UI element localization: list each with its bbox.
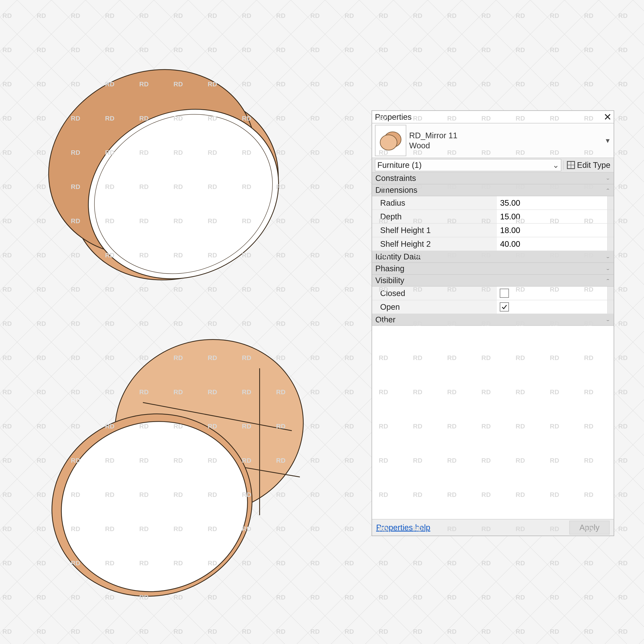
watermark-text: RD <box>379 388 388 396</box>
watermark-text: RD <box>447 320 457 327</box>
watermark-text: RD <box>516 559 525 567</box>
type-name: RD_Mirror 11 <box>409 130 457 140</box>
watermark-text: RD <box>139 628 149 635</box>
watermark-text: RD <box>71 149 80 156</box>
watermark-text: RD <box>310 81 320 88</box>
category-constraints[interactable]: Constraints⌄ <box>372 172 614 184</box>
watermark-text: RD <box>618 491 628 498</box>
watermark-text: RD <box>550 388 559 396</box>
watermark-text: RD <box>71 115 80 122</box>
watermark-text: RD <box>413 320 422 327</box>
watermark-text: RD <box>618 457 628 464</box>
panel-titlebar[interactable]: Properties ✕ <box>372 111 614 123</box>
category-identity[interactable]: Identity Data⌄ <box>372 251 614 263</box>
watermark-text: RD <box>516 115 525 122</box>
watermark-text: RD <box>550 183 559 191</box>
watermark-text: RD <box>37 423 46 430</box>
watermark-text: RD <box>208 354 217 362</box>
watermark-text: RD <box>37 457 46 464</box>
radius-input[interactable] <box>500 198 604 208</box>
open-checkbox[interactable] <box>500 302 509 312</box>
watermark-text: RD <box>173 457 183 464</box>
viewport[interactable]: // place RD watermarks Properties ✕ <box>0 0 644 644</box>
watermark-text: RD <box>276 594 286 601</box>
watermark-text: RD <box>242 491 251 498</box>
watermark-text: RD <box>139 559 149 567</box>
watermark-text: RD <box>379 286 388 293</box>
param-depth: Depth <box>372 210 614 224</box>
shelf-height-1-input[interactable] <box>500 226 604 235</box>
edit-type-button[interactable]: Edit Type <box>563 161 614 170</box>
watermark-text: RD <box>173 81 183 88</box>
watermark-text: RD <box>413 149 422 156</box>
watermark-text: RD <box>481 46 491 54</box>
watermark-text: RD <box>584 354 593 362</box>
category-phasing[interactable]: Phasing⌄ <box>372 263 614 275</box>
watermark-text: RD <box>550 594 559 601</box>
category-visibility[interactable]: Visibility⌃ <box>372 275 614 287</box>
watermark-text: RD <box>310 594 320 601</box>
watermark-text: RD <box>2 12 12 20</box>
watermark-text: RD <box>105 491 115 498</box>
watermark-text: RD <box>550 115 559 122</box>
watermark-text: RD <box>516 594 525 601</box>
watermark-text: RD <box>584 320 593 327</box>
watermark-text: RD <box>37 12 46 20</box>
watermark-text: RD <box>276 12 286 20</box>
watermark-text: RD <box>584 81 593 88</box>
watermark-text: RD <box>310 320 320 327</box>
watermark-text: RD <box>173 217 183 225</box>
watermark-text: RD <box>242 388 251 396</box>
category-dimensions[interactable]: Dimensions⌃ <box>372 184 614 196</box>
edit-type-label: Edit Type <box>577 161 610 170</box>
watermark-text: RD <box>618 46 628 54</box>
watermark-text: RD <box>550 252 559 259</box>
shelf-height-2-input[interactable] <box>500 239 604 249</box>
watermark-text: RD <box>481 115 491 122</box>
watermark-text: RD <box>618 423 628 430</box>
chevron-down-icon[interactable]: ⌄ <box>551 160 561 170</box>
chevron-down-icon[interactable]: ▾ <box>606 136 610 145</box>
watermark-text: RD <box>242 423 251 430</box>
watermark-text: RD <box>447 423 457 430</box>
panel-footer: Properties help Apply <box>372 519 614 536</box>
watermark-text: RD <box>139 594 149 601</box>
watermark-text: RD <box>71 628 80 635</box>
watermark-text: RD <box>345 46 354 54</box>
watermark-text: RD <box>208 594 217 601</box>
watermark-text: RD <box>37 46 46 54</box>
type-selector-row[interactable]: RD_Mirror 11 Wood ▾ <box>372 123 614 158</box>
watermark-text: RD <box>310 525 320 533</box>
watermark-text: RD <box>516 149 525 156</box>
watermark-text: RD <box>2 115 12 122</box>
watermark-text: RD <box>447 115 457 122</box>
watermark-text: RD <box>447 525 457 533</box>
watermark-text: RD <box>173 183 183 191</box>
watermark-text: RD <box>447 628 457 635</box>
watermark-text: RD <box>242 457 251 464</box>
watermark-text: RD <box>71 594 80 601</box>
watermark-text: RD <box>481 354 491 362</box>
watermark-text: RD <box>550 423 559 430</box>
category-other[interactable]: Other⌄ <box>372 314 614 326</box>
watermark-text: RD <box>618 252 628 259</box>
closed-checkbox[interactable] <box>500 289 509 298</box>
svg-point-16 <box>380 135 397 150</box>
watermark-text: RD <box>139 217 149 225</box>
watermark-text: RD <box>618 594 628 601</box>
watermark-text: RD <box>413 423 422 430</box>
watermark-text: RD <box>345 525 354 533</box>
instance-selector[interactable]: Furniture (1) ⌄ <box>375 159 561 171</box>
watermark-text: RD <box>37 149 46 156</box>
watermark-text: RD <box>2 183 12 191</box>
watermark-text: RD <box>447 252 457 259</box>
close-icon[interactable]: ✕ <box>602 111 614 123</box>
watermark-text: RD <box>173 559 183 567</box>
watermark-text: RD <box>105 388 115 396</box>
watermark-text: RD <box>71 12 80 20</box>
watermark-text: RD <box>413 286 422 293</box>
watermark-text: RD <box>584 217 593 225</box>
watermark-text: RD <box>71 388 80 396</box>
watermark-text: RD <box>481 525 491 533</box>
watermark-text: RD <box>139 81 149 88</box>
